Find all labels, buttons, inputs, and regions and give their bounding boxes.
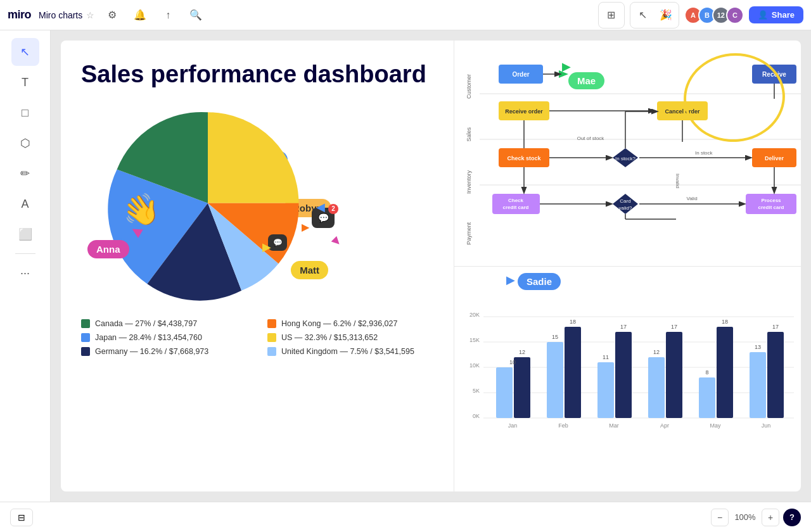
bar-chart-svg: 0K 5K 10K 15K 20K 10 12 Jan: [464, 294, 800, 434]
pen-tool[interactable]: ✏: [11, 160, 39, 187]
svg-text:17: 17: [671, 324, 677, 330]
svg-text:18: 18: [570, 319, 576, 325]
board-name-text: Miro charts: [39, 10, 82, 20]
layout-tools: ⊞: [598, 2, 625, 28]
svg-text:15K: 15K: [469, 337, 480, 343]
blue-cursor: ◀: [316, 200, 325, 214]
svg-text:Out of stock: Out of stock: [577, 136, 605, 141]
legend-label-germany: Germany — 16.2% / $7,668,973: [95, 347, 208, 356]
collaborators-avatars: A B 12 C: [684, 6, 744, 24]
svg-rect-72: [666, 332, 682, 418]
svg-text:In stock?: In stock?: [615, 156, 636, 162]
legend-hongkong: Hong Kong — 6.2% / $2,936,027: [267, 319, 433, 328]
frame-tool[interactable]: ⬜: [11, 220, 39, 248]
cursor-mae: ▶ Mae: [568, 72, 604, 89]
legend-label-uk: United Kingdom — 7.5% / $3,541,595: [281, 347, 414, 356]
svg-text:Order: Order: [512, 71, 529, 78]
cursor-anna: Anna: [87, 240, 129, 258]
pointer-icon[interactable]: ↖: [633, 5, 653, 25]
text-tool2[interactable]: A: [11, 190, 39, 218]
row-inventory: Inventory: [459, 170, 472, 194]
legend-dot-uk: [267, 347, 276, 356]
row-payment: Payment: [459, 222, 472, 245]
svg-text:13: 13: [755, 344, 761, 350]
legend-dot-germany: [81, 347, 90, 356]
svg-rect-57: [514, 357, 530, 418]
board-name: Miro charts ☆: [39, 10, 94, 20]
help-button[interactable]: ?: [783, 509, 801, 526]
search-icon[interactable]: 🔍: [186, 5, 206, 25]
svg-text:valid?: valid?: [619, 205, 632, 211]
wave-emoji: 👋: [120, 189, 163, 231]
row-customer: Customer: [459, 74, 472, 99]
zoom-controls: − 100% + ?: [711, 509, 801, 526]
grid-icon[interactable]: ⊞: [601, 5, 622, 25]
sales-dashboard-panel: Sales performance dashboard Chris Bea Ch…: [61, 41, 454, 491]
legend-japan: Japan — 28.4% / $13,454,760: [81, 333, 247, 342]
party-icon[interactable]: 🎉: [656, 5, 676, 25]
cursor-matt: Matt: [291, 261, 328, 279]
upload-icon[interactable]: ↑: [158, 5, 178, 25]
star-icon[interactable]: ☆: [86, 10, 94, 20]
barchart-panel: ▶ Sadie 0K 5K 10K 15K 20K: [454, 267, 801, 492]
svg-text:12: 12: [653, 349, 660, 355]
svg-text:Invalid: Invalid: [675, 174, 680, 188]
shapes-tool[interactable]: ⬡: [11, 129, 39, 157]
legend-dot-us: [267, 333, 276, 342]
zoom-level-display: 100%: [732, 512, 758, 522]
cursor-sadie: ▶ Sadie: [518, 273, 561, 290]
svg-text:credit card: credit card: [758, 205, 784, 210]
left-toolbar: ↖ T □ ⬡ ✏ A ⬜ ··· ↩: [0, 30, 51, 532]
svg-text:15: 15: [552, 334, 558, 340]
svg-text:5K: 5K: [473, 388, 480, 394]
comment-count: 2: [328, 204, 338, 214]
svg-text:Feb: Feb: [558, 422, 568, 429]
svg-text:credit card: credit card: [503, 205, 529, 210]
zoom-in-button[interactable]: +: [762, 509, 779, 526]
svg-text:Jun: Jun: [762, 422, 771, 429]
svg-rect-61: [547, 342, 563, 418]
svg-text:20K: 20K: [469, 312, 480, 318]
svg-rect-82: [767, 332, 784, 418]
svg-text:May: May: [710, 422, 721, 429]
share-button[interactable]: 👤 Share: [749, 6, 803, 23]
legend-dot-japan: [81, 333, 90, 342]
svg-text:17: 17: [772, 324, 779, 330]
settings-icon[interactable]: ⚙: [102, 5, 122, 25]
legend-dot-hongkong: [267, 319, 276, 328]
svg-text:In stock: In stock: [695, 150, 713, 156]
svg-text:12: 12: [519, 349, 525, 355]
svg-text:Check stock: Check stock: [507, 155, 541, 162]
svg-text:0K: 0K: [473, 413, 480, 419]
panel-toggle[interactable]: ⊟: [10, 509, 33, 526]
zoom-out-button[interactable]: −: [711, 509, 729, 526]
share-label: Share: [772, 10, 795, 20]
topbar-right: ⊞ ↖ 🎉 A B 12 C 👤 Share: [598, 2, 803, 28]
svg-rect-66: [597, 362, 614, 418]
select-tool[interactable]: ↖: [11, 38, 39, 66]
sticky-tool[interactable]: □: [11, 99, 39, 127]
text-tool[interactable]: T: [11, 68, 39, 96]
svg-rect-29: [492, 194, 540, 214]
share-icon: 👤: [758, 10, 768, 20]
more-tools[interactable]: ···: [11, 259, 39, 287]
legend-dot-canada: [81, 319, 90, 328]
svg-rect-71: [648, 357, 665, 418]
svg-rect-76: [699, 377, 715, 418]
dashboard-title: Sales performance dashboard: [81, 61, 433, 89]
svg-rect-81: [750, 352, 766, 418]
avatar-current: C: [726, 6, 744, 24]
tool-separator: [15, 253, 35, 254]
board: Sales performance dashboard Chris Bea Ch…: [61, 41, 801, 491]
legend-us: US — 32.3% / $15,313,652: [267, 333, 433, 342]
notifications-icon[interactable]: 🔔: [130, 5, 150, 25]
flowchart-panel: ▶ Mae Customer Sales Inventory Payment: [454, 41, 801, 267]
svg-text:8: 8: [705, 369, 708, 376]
svg-text:Jan: Jan: [508, 422, 518, 429]
svg-text:Receive order: Receive order: [505, 108, 543, 115]
svg-rect-56: [496, 367, 513, 418]
svg-rect-77: [717, 327, 733, 418]
svg-rect-35: [746, 194, 796, 214]
legend-germany: Germany — 16.2% / $7,668,973: [81, 347, 247, 356]
legend-label-us: US — 32.3% / $15,313,652: [281, 333, 378, 342]
